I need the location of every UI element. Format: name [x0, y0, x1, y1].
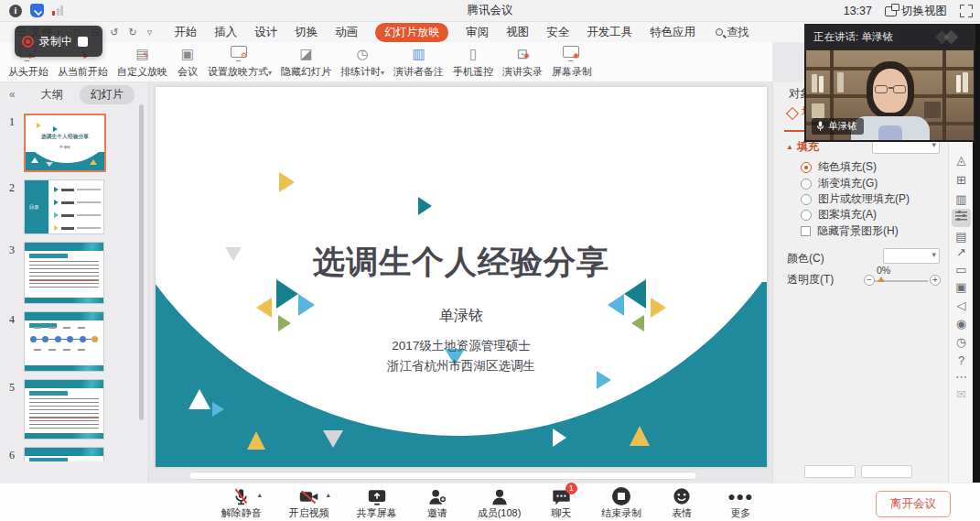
hide-background-checkbox[interactable]: 隐藏背景图形(H) [801, 223, 899, 239]
tab-slideshow-active[interactable]: 幻灯片放映 [375, 23, 448, 42]
tab-review[interactable]: 审阅 [466, 25, 489, 40]
stop-recording-button[interactable]: 结束录制 [601, 486, 641, 520]
members-button[interactable]: 成员(108) [478, 486, 522, 520]
transparency-slider[interactable]: − 0% + [864, 268, 942, 290]
screen-record-button[interactable]: ◉ 屏幕录制 [547, 42, 597, 79]
tab-transition[interactable]: 切换 [295, 25, 318, 40]
tab-animation[interactable]: 动画 [335, 25, 358, 40]
tab-design[interactable]: 设计 [254, 25, 277, 40]
webcam-video[interactable]: 单渌铱 [806, 50, 974, 140]
color-dropdown[interactable] [883, 248, 940, 264]
chat-button[interactable]: 1 聊天 [543, 486, 579, 520]
current-slide[interactable]: 选调生个人经验分享 单渌铱 2017级土地资源管理硕士 浙江省杭州市西湖区选调生 [156, 87, 767, 467]
tab-security[interactable]: 安全 [546, 25, 569, 40]
radio-icon [801, 210, 812, 221]
speaker-icon[interactable]: ◁ [952, 298, 971, 314]
slide-1-thumbnail[interactable]: 选调生个人经验分享 单渌铱 [24, 114, 106, 172]
radio-icon [801, 179, 812, 190]
tab-devtools[interactable]: 开发工具 [587, 25, 632, 40]
more-tools-icon[interactable]: ⋯ [952, 369, 971, 385]
mic-options-caret[interactable]: ▲ [256, 492, 263, 498]
switch-view-button[interactable]: 切换视图 [885, 4, 947, 19]
thumbnail-row-4[interactable]: 4 [0, 311, 148, 372]
clipboard-image-icon[interactable]: ▤ [952, 229, 971, 245]
tab-special-features[interactable]: 特色应用 [650, 25, 695, 40]
meeting-button[interactable]: ▣ 会议 [172, 42, 203, 79]
mail-icon[interactable]: ✉ [952, 386, 971, 403]
thumbnail-row-3[interactable]: 3 [0, 242, 148, 304]
checkbox-icon [801, 226, 811, 236]
history-clock-icon[interactable]: ◷ [952, 334, 971, 351]
panel-bottom-field[interactable] [804, 465, 856, 478]
layout-grid-icon[interactable]: ⊞ [952, 172, 971, 189]
slider-thumb[interactable] [878, 277, 885, 282]
slide-title: 选调生个人经验分享 [156, 241, 767, 284]
slide-2-thumbnail[interactable]: 目录 [24, 179, 104, 234]
collapse-panel-button[interactable]: « [9, 88, 16, 101]
tab-outline[interactable]: 大纲 [41, 87, 63, 103]
thumbnail-scrollbar[interactable] [139, 104, 144, 420]
invite-button[interactable]: 邀请 [419, 486, 456, 520]
card-panel-icon[interactable]: ▭ [952, 262, 971, 278]
share-screen-button[interactable]: 共享屏幕 [357, 486, 397, 520]
horizontal-scrollbar[interactable] [188, 472, 697, 480]
leave-meeting-button[interactable]: 离开会议 [876, 491, 951, 517]
custom-slideshow-button[interactable]: ▤✎ 自定义放映 [113, 42, 172, 79]
start-video-button[interactable]: ▲ 开启视频 [289, 486, 329, 520]
find-button[interactable]: 查找 [716, 25, 748, 40]
lecture-record-button[interactable]: ⊡◉ 演讲实录 [498, 42, 547, 79]
switch-view-icon [885, 6, 897, 16]
gradient-fill-option[interactable]: 渐变填充(G) [801, 176, 878, 191]
increase-button[interactable]: + [930, 275, 941, 286]
share-export-icon[interactable]: ↗ [952, 244, 971, 261]
chart-icon[interactable]: ▥ [952, 191, 971, 208]
refresh-circle-icon[interactable]: ◉ [952, 316, 971, 332]
tab-home[interactable]: 开始 [174, 25, 197, 40]
paint-bucket-icon [786, 106, 798, 118]
rehearse-timing-button[interactable]: ◷ 排练计时▾ [336, 42, 389, 79]
unmute-button[interactable]: ▲ 解除静音 [221, 486, 262, 520]
thumbnail-row-6[interactable]: 6 [0, 447, 148, 462]
stop-recording-square-icon[interactable] [78, 37, 88, 47]
emoji-button[interactable]: 表情 [663, 486, 700, 520]
picture-texture-fill-option[interactable]: 图片或纹理填充(P) [801, 191, 910, 207]
find-label: 查找 [727, 25, 748, 40]
undo-icon[interactable]: ↺ [110, 27, 118, 38]
fullscreen-expand-icon[interactable] [960, 5, 973, 17]
ribbon-collapse-icon[interactable]: ▿ [147, 27, 153, 38]
recording-indicator[interactable]: 录制中 [15, 26, 102, 57]
clock-time: 13:37 [844, 5, 872, 17]
chat-unread-badge: 1 [565, 483, 577, 494]
slide-4-thumbnail[interactable] [24, 311, 104, 372]
more-button[interactable]: ●●● 更多 [722, 486, 759, 520]
phone-remote-button[interactable]: ▯ 手机遥控 [448, 42, 498, 79]
slide-6-thumbnail[interactable] [24, 447, 104, 461]
video-options-caret[interactable]: ▲ [325, 492, 331, 498]
recording-label: 录制中 [39, 34, 72, 49]
tab-view[interactable]: 视图 [506, 25, 529, 40]
tab-slides[interactable]: 幻灯片 [80, 85, 135, 104]
solid-fill-option[interactable]: 纯色填充(S) [801, 159, 877, 175]
shape-effects-icon[interactable]: ◬ [952, 152, 971, 168]
slide-3-thumbnail[interactable] [24, 242, 104, 304]
slide-5-thumbnail[interactable] [24, 379, 104, 440]
tab-insert[interactable]: 插入 [214, 25, 237, 40]
setup-slideshow-button[interactable]: ⚙ 设置放映方式▾ [203, 42, 276, 79]
picture-panel-icon[interactable]: ▣ [952, 279, 971, 296]
pattern-fill-option[interactable]: 图案填充(A) [801, 207, 877, 223]
hide-slide-button[interactable]: ◪ 隐藏幻灯片 [276, 42, 336, 79]
panel-bottom-field[interactable] [861, 465, 912, 478]
thumbnail-row-1[interactable]: 1 选调生个人经验分享 单渌铱 [0, 114, 148, 172]
slideshow-toolbar: ▶ 从头开始 ◔▶ 从当前开始 ▤✎ 自定义放映 ▣ 会议 ⚙ 设置放映方式▾ … [0, 42, 772, 82]
ribbon-tabs: 开始 插入 设计 切换 动画 幻灯片放映 审阅 视图 安全 开发工具 特色应用 [174, 23, 695, 42]
help-icon[interactable]: ? [952, 353, 971, 369]
speaker-notes-button[interactable]: ▥ 演讲者备注 [389, 42, 448, 79]
radio-selected-icon [801, 162, 812, 173]
redo-icon[interactable]: ↻ [128, 27, 136, 38]
video-panel[interactable]: 正在讲话: 单渌铱 单渌铱 [804, 24, 975, 142]
thumbnail-row-5[interactable]: 5 [0, 379, 148, 440]
thumbnail-row-2[interactable]: 2 目录 [0, 179, 148, 234]
object-properties-icon-selected[interactable] [952, 209, 971, 227]
title-bar: i 腾讯会议 13:37 切换视图 [0, 0, 980, 22]
decrease-button[interactable]: − [864, 275, 875, 286]
